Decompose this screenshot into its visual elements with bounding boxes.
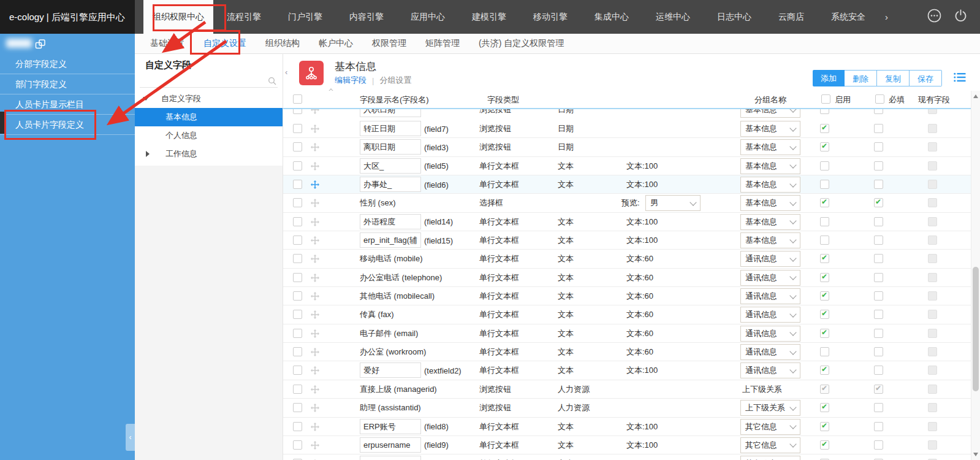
enable-checkbox[interactable] — [820, 291, 829, 301]
table-row[interactable]: erpusername(field9)单行文本框文本文本:100其它信息 — [283, 436, 971, 454]
field-name-input[interactable]: erp_init_flag(辅 — [360, 232, 421, 248]
toolbar-button-2[interactable]: 复制 — [877, 70, 910, 86]
group-select[interactable]: 通讯信息 — [740, 362, 800, 378]
drag-handle-icon[interactable] — [311, 441, 319, 451]
required-checkbox[interactable] — [874, 329, 883, 338]
drag-handle-icon[interactable] — [311, 255, 319, 265]
enable-checkbox[interactable] — [820, 385, 829, 394]
group-select[interactable]: 基本信息 — [740, 232, 800, 248]
nav-tab-1[interactable]: 流程引擎 — [213, 0, 275, 34]
nav-tab-2[interactable]: 门户引擎 — [275, 0, 336, 34]
required-checkbox[interactable] — [874, 180, 883, 189]
field-name-input[interactable]: ERP账号 — [360, 419, 421, 434]
table-row[interactable]: 转正日期(field7)浏览按钮日期基本信息 — [283, 120, 971, 138]
nav-tab-10[interactable]: 云商店 — [765, 0, 818, 34]
preview-select[interactable]: 男 — [645, 195, 701, 211]
drag-handle-icon[interactable] — [311, 423, 319, 433]
table-row[interactable]: ERP账号(field8)单行文本框文本文本:100其它信息 — [283, 418, 971, 436]
required-checkbox[interactable] — [874, 403, 883, 412]
group-select[interactable]: 通讯信息 — [740, 344, 800, 360]
sidebar-item-2[interactable]: 人员卡片显示栏目 — [0, 94, 135, 115]
drag-handle-icon[interactable] — [311, 180, 319, 191]
drag-handle-icon[interactable] — [311, 218, 319, 228]
scroll-down-arrow[interactable] — [973, 453, 978, 456]
tree-expand-icon[interactable] — [143, 97, 149, 101]
row-select-checkbox[interactable] — [293, 108, 302, 114]
group-select[interactable]: 通讯信息 — [740, 270, 800, 286]
drag-handle-icon[interactable] — [311, 329, 319, 340]
toolbar-button-1[interactable]: 删除 — [845, 70, 877, 86]
table-row[interactable]: 办事处_(field6)单行文本框文本文本:100基本信息 — [283, 175, 971, 194]
table-row[interactable]: 爱好(textfield2)单行文本框文本文本:100通讯信息 — [283, 361, 971, 380]
row-select-checkbox[interactable] — [293, 366, 302, 375]
nav-tab-8[interactable]: 运维中心 — [642, 0, 704, 34]
drag-handle-icon[interactable] — [311, 162, 319, 172]
drag-handle-icon[interactable] — [311, 199, 319, 209]
group-select[interactable]: 基本信息 — [740, 121, 800, 137]
tree-root[interactable]: 自定义字段 — [135, 90, 283, 108]
field-name-input[interactable]: 转正日期 — [360, 121, 421, 136]
row-select-checkbox[interactable] — [293, 217, 302, 226]
table-row[interactable]: 直接上级 (managerid)浏览按钮人力资源上下级关系 — [283, 380, 971, 399]
enable-checkbox[interactable] — [820, 161, 829, 171]
enable-checkbox[interactable] — [820, 108, 829, 114]
subnav-item-0[interactable]: 基础设置 — [150, 38, 184, 49]
group-select[interactable]: 基本信息 — [740, 177, 800, 193]
required-checkbox[interactable] — [874, 198, 883, 207]
field-name-input[interactable]: 办事处_ — [360, 177, 421, 192]
more-circle-icon[interactable] — [927, 9, 941, 25]
vertical-scrollbar[interactable] — [971, 91, 980, 460]
subnav-item-6[interactable]: (共济) 自定义权限管理 — [479, 38, 564, 49]
enable-checkbox[interactable] — [820, 440, 829, 450]
table-row[interactable]: 传真 (fax)单行文本框文本文本:60通讯信息 — [283, 305, 971, 324]
row-select-checkbox[interactable] — [293, 385, 302, 394]
table-row[interactable]: 电子邮件 (email)单行文本框文本文本:60通讯信息 — [283, 324, 971, 343]
table-row[interactable]: 单行文本框文本其它信息 — [283, 454, 971, 460]
table-row[interactable]: erp_init_flag(辅(field15)单行文本框文本文本:100基本信… — [283, 231, 971, 250]
group-select[interactable]: 其它信息 — [740, 456, 800, 460]
row-select-checkbox[interactable] — [293, 180, 302, 189]
tree-collapsed-icon[interactable] — [146, 151, 150, 157]
group-select[interactable]: 上下级关系 — [740, 400, 800, 416]
field-name-input[interactable]: 外语程度 — [360, 214, 421, 229]
drag-handle-icon[interactable] — [311, 348, 319, 358]
scroll-up-arrow[interactable] — [973, 94, 978, 98]
group-select[interactable]: 其它信息 — [740, 419, 800, 435]
sidebar-item-3[interactable]: 人员卡片字段定义 — [0, 115, 135, 135]
drag-handle-icon[interactable] — [311, 125, 319, 135]
row-select-checkbox[interactable] — [293, 142, 302, 151]
nav-tab-9[interactable]: 日志中心 — [704, 0, 765, 34]
nav-tab-11[interactable]: 系统安全 — [818, 0, 879, 34]
row-select-checkbox[interactable] — [293, 403, 302, 412]
group-select[interactable]: 基本信息 — [740, 139, 800, 155]
enable-checkbox[interactable] — [820, 366, 829, 375]
enable-checkbox[interactable] — [820, 142, 829, 151]
row-select-checkbox[interactable] — [293, 124, 302, 133]
row-select-checkbox[interactable] — [293, 291, 302, 301]
enable-checkbox[interactable] — [820, 310, 829, 319]
group-select[interactable]: 基本信息 — [740, 158, 800, 174]
field-name-input[interactable]: 爱好 — [360, 362, 421, 378]
required-checkbox[interactable] — [874, 142, 883, 151]
scrollbar-thumb[interactable] — [973, 267, 979, 391]
tree-search-input[interactable] — [140, 75, 278, 88]
required-checkbox[interactable] — [874, 440, 883, 450]
power-icon[interactable] — [954, 9, 968, 25]
sidebar-item-1[interactable]: 部门字段定义 — [0, 74, 135, 94]
required-checkbox[interactable] — [874, 217, 883, 226]
nav-tab-7[interactable]: 集成中心 — [581, 0, 642, 34]
header-required-checkbox[interactable] — [875, 94, 884, 104]
required-checkbox[interactable] — [874, 291, 883, 301]
drag-handle-icon[interactable] — [311, 292, 319, 302]
nav-more-arrow[interactable]: › — [879, 0, 894, 34]
row-select-checkbox[interactable] — [293, 198, 302, 207]
toolbar-button-3[interactable]: 保存 — [910, 70, 942, 86]
header-enable-checkbox[interactable] — [821, 94, 830, 104]
required-checkbox[interactable] — [874, 254, 883, 263]
row-select-checkbox[interactable] — [293, 254, 302, 263]
drag-handle-icon[interactable] — [311, 236, 319, 247]
group-select[interactable]: 基本信息 — [740, 214, 800, 230]
row-select-checkbox[interactable] — [293, 236, 302, 245]
group-select[interactable]: 基本信息 — [740, 195, 800, 211]
enable-checkbox[interactable] — [820, 329, 829, 338]
